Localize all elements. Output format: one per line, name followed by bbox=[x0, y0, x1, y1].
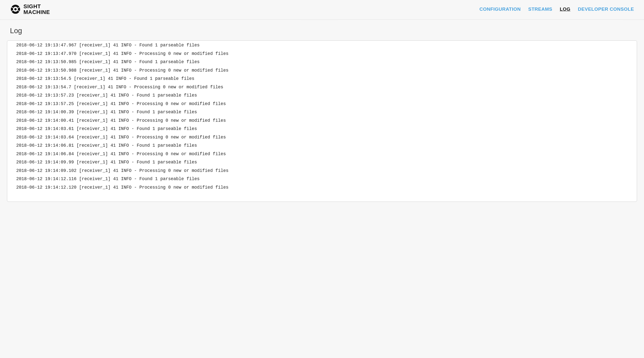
log-line: 2018-06-12 19:14:09.102 [receiver_1] 41 … bbox=[7, 167, 637, 175]
nav-link-streams[interactable]: STREAMS bbox=[528, 6, 552, 12]
log-line: 2018-06-12 19:13:50.985 [receiver_1] 41 … bbox=[7, 58, 637, 66]
log-line: 2018-06-12 19:14:00.39 [receiver_1] 41 I… bbox=[7, 108, 637, 116]
log-line: 2018-06-12 19:13:54.7 [receiver_1] 41 IN… bbox=[7, 83, 637, 92]
log-line: 2018-06-12 19:13:47.967 [receiver_1] 41 … bbox=[7, 41, 637, 50]
log-line: 2018-06-12 19:14:03.64 [receiver_1] 41 I… bbox=[7, 133, 637, 142]
log-line: 2018-06-12 19:14:03.61 [receiver_1] 41 I… bbox=[7, 125, 637, 133]
log-line: 2018-06-12 19:14:12.116 [receiver_1] 41 … bbox=[7, 175, 637, 183]
log-line: 2018-06-12 19:13:54.5 [receiver_1] 41 IN… bbox=[7, 74, 637, 83]
log-line: 2018-06-12 19:13:57.23 [receiver_1] 41 I… bbox=[7, 91, 637, 100]
log-line: 2018-06-12 19:13:50.988 [receiver_1] 41 … bbox=[7, 66, 637, 75]
log-output-panel[interactable]: 2018-06-12 19:13:47.967 [receiver_1] 41 … bbox=[7, 40, 637, 202]
log-line: 2018-06-12 19:14:06.81 [receiver_1] 41 I… bbox=[7, 142, 637, 150]
brand-logo[interactable]: SIGHT MACHINE bbox=[10, 4, 50, 15]
log-line: 2018-06-12 19:14:00.41 [receiver_1] 41 I… bbox=[7, 116, 637, 125]
log-line: 2018-06-12 19:14:06.84 [receiver_1] 41 I… bbox=[7, 150, 637, 158]
brand-name-line2: MACHINE bbox=[24, 9, 50, 15]
nav-link-log[interactable]: LOG bbox=[560, 6, 570, 12]
log-line: 2018-06-12 19:14:09.99 [receiver_1] 41 I… bbox=[7, 158, 637, 167]
header-bar: SIGHT MACHINE CONFIGURATIONSTREAMSLOGDEV… bbox=[0, 0, 644, 20]
gear-aperture-icon bbox=[10, 4, 21, 15]
brand-name: SIGHT MACHINE bbox=[24, 4, 50, 15]
nav-link-configuration[interactable]: CONFIGURATION bbox=[479, 6, 521, 12]
log-line: 2018-06-12 19:13:47.970 [receiver_1] 41 … bbox=[7, 50, 637, 58]
svg-point-0 bbox=[14, 8, 16, 10]
top-nav: CONFIGURATIONSTREAMSLOGDEVELOPER CONSOLE bbox=[479, 6, 634, 12]
log-line: 2018-06-12 19:14:12.120 [receiver_1] 41 … bbox=[7, 183, 637, 192]
log-line: 2018-06-12 19:13:57.25 [receiver_1] 41 I… bbox=[7, 100, 637, 108]
nav-link-developer-console[interactable]: DEVELOPER CONSOLE bbox=[578, 6, 634, 12]
page-title: Log bbox=[0, 20, 644, 40]
brand-name-line1: SIGHT bbox=[24, 3, 41, 10]
